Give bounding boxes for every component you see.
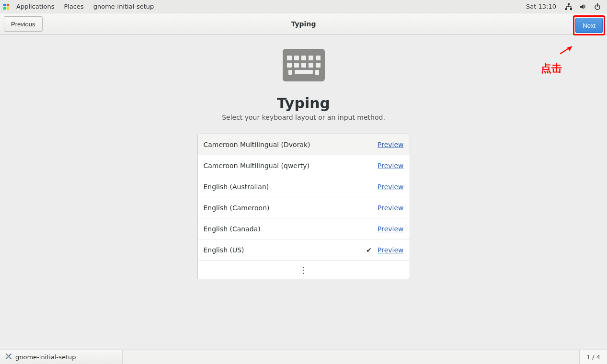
power-icon[interactable] — [593, 2, 602, 11]
taskbar-app-button[interactable]: gnome-initial-setup — [0, 350, 123, 364]
network-icon[interactable] — [564, 2, 573, 11]
svg-rect-3 — [7, 7, 9, 9]
layout-row[interactable]: English (Canada) Preview — [198, 218, 410, 239]
wizard-content: Typing Select your keyboard layout or an… — [0, 34, 607, 350]
preview-link[interactable]: Preview — [378, 183, 404, 191]
preview-link[interactable]: Preview — [378, 141, 404, 148]
next-button-highlight: Next — [573, 15, 605, 35]
preview-link[interactable]: Preview — [378, 225, 404, 233]
layout-row[interactable]: Cameroon Multilingual (Dvorak) Preview — [198, 134, 410, 155]
page-title: Typing — [277, 95, 330, 112]
gnome-top-panel: Applications Places gnome-initial-setup … — [0, 0, 607, 13]
svg-rect-2 — [3, 7, 6, 9]
svg-rect-4 — [568, 3, 570, 5]
svg-rect-5 — [565, 8, 567, 10]
layout-row[interactable]: English (Cameroon) Preview — [198, 197, 410, 218]
layout-label: English (Australian) — [204, 183, 365, 191]
applications-menu-icon — [3, 3, 10, 10]
places-menu[interactable]: Places — [59, 0, 88, 13]
page-subtitle: Select your keyboard layout or an input … — [222, 114, 385, 121]
header-title: Typing — [0, 20, 607, 28]
layout-row[interactable]: English (Australian) Preview — [198, 176, 410, 197]
preview-link[interactable]: Preview — [378, 162, 404, 170]
more-icon: ⋮ — [299, 265, 308, 275]
svg-rect-0 — [3, 3, 6, 6]
layout-label: English (US) — [204, 246, 365, 254]
show-more-button[interactable]: ⋮ — [198, 261, 410, 279]
preview-link[interactable]: Preview — [378, 204, 404, 212]
layout-row[interactable]: English (US) ✔ Preview — [198, 239, 410, 261]
task-panel: gnome-initial-setup 1 / 4 — [0, 350, 607, 364]
next-button[interactable]: Next — [575, 18, 603, 33]
settings-icon — [5, 353, 12, 362]
applications-menu[interactable]: Applications — [11, 0, 59, 13]
layout-row[interactable]: Cameroon Multilingual (qwerty) Preview — [198, 155, 410, 176]
svg-rect-6 — [570, 8, 572, 10]
layout-label: English (Canada) — [204, 225, 365, 233]
layout-label: Cameroon Multilingual (Dvorak) — [204, 141, 365, 148]
taskbar-app-label: gnome-initial-setup — [15, 353, 76, 361]
keyboard-icon — [283, 49, 325, 81]
app-menu[interactable]: gnome-initial-setup — [89, 0, 159, 13]
keyboard-layout-list: Cameroon Multilingual (Dvorak) Preview C… — [197, 134, 410, 279]
preview-link[interactable]: Preview — [378, 246, 404, 254]
svg-rect-8 — [597, 3, 598, 7]
layout-label: Cameroon Multilingual (qwerty) — [204, 162, 365, 170]
previous-button[interactable]: Previous — [4, 16, 43, 32]
wizard-header-bar: Previous Typing Next — [0, 13, 607, 34]
volume-icon[interactable] — [578, 2, 588, 11]
svg-rect-1 — [7, 3, 9, 6]
page-indicator: 1 / 4 — [579, 350, 607, 364]
layout-label: English (Cameroon) — [204, 204, 365, 212]
check-icon: ✔ — [364, 246, 374, 254]
clock[interactable]: Sat 13:10 — [526, 3, 559, 10]
